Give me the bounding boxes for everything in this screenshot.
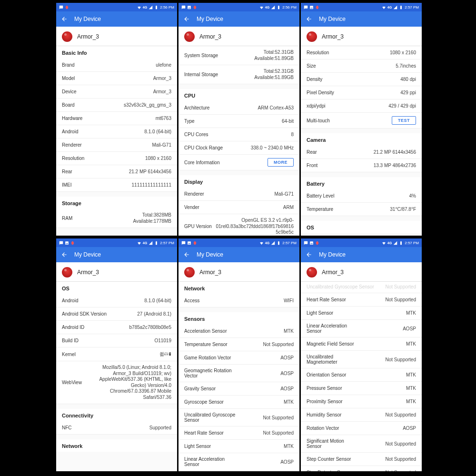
antutu-icon	[184, 267, 195, 278]
table-row: xdpi/ydpi 429 / 429 dpi	[301, 99, 422, 113]
antutu-icon	[62, 31, 72, 42]
row-label: Density	[307, 77, 322, 82]
wifi-icon	[382, 5, 386, 10]
clock-label: 2:57 PM	[405, 241, 419, 245]
scroll-content[interactable]: OS Android 8.1.0 (64-bit) Android SDK Ve…	[56, 282, 177, 471]
clock-label: 2:56 PM	[282, 5, 297, 10]
signal-icon	[393, 241, 397, 245]
table-row: Android ID b785a2c7808b08e5	[56, 321, 177, 334]
app-bar: My Device	[56, 247, 177, 262]
row-value: Armor_3	[75, 76, 171, 81]
row-label: Heart Rate Sensor	[307, 297, 346, 302]
table-row: Geomagnetic Rotation Vector AOSP	[178, 365, 299, 382]
row-label: Rear	[307, 149, 317, 155]
section-header: Camera	[301, 133, 422, 146]
test-button[interactable]: TEST	[392, 116, 416, 125]
phone-screen-0: 4G 2:56 PM My Device Armor_3 Basic Info …	[56, 3, 177, 236]
table-row: IMEI 111111111111111	[56, 178, 177, 192]
row-label: Brand	[62, 62, 75, 68]
row-label: CPU Clock Range	[184, 145, 223, 150]
scroll-content[interactable]: Basic Info Brand ulefone Model Armor_3 D…	[56, 46, 177, 236]
scroll-content[interactable]: Resolution 1080 x 2160 Size 5.7inches De…	[301, 46, 422, 236]
row-label: Step Counter Sensor	[307, 456, 351, 462]
row-value: 1080 x 2160	[84, 156, 171, 161]
device-name-label: Armor_3	[322, 33, 344, 40]
row-value: ARM Cortex-A53	[209, 105, 294, 110]
table-row: Uncalibrated Gyroscope Sensor Not Suppor…	[178, 409, 299, 426]
app-bar-title: My Device	[319, 251, 346, 258]
table-row: Internal Storage Total:52.31GBAvailable:…	[178, 65, 299, 84]
signal-icon	[271, 5, 275, 10]
row-label: Gyroscope Sensor	[184, 399, 224, 405]
table-row: GPU Version OpenGL ES 3.2 v1.r9p0-01rel0…	[178, 214, 299, 236]
msg-icon	[59, 241, 63, 245]
pic-icon	[187, 5, 191, 10]
row-label: IMEI	[62, 182, 72, 188]
table-row: Kernel 쐶ಐ�	[56, 347, 177, 361]
pic-icon	[309, 5, 314, 10]
scroll-content[interactable]: Network Access WIFI Sensors Acceleration…	[178, 282, 299, 471]
row-value: Armor_3	[77, 89, 171, 94]
device-header: Armor_3	[56, 262, 177, 282]
row-label: Significant Motion Sensor	[307, 438, 359, 449]
row-value: MTK	[224, 399, 294, 405]
clock-label: 2:57 PM	[405, 5, 419, 10]
table-row: Resolution 1080 x 2160	[301, 46, 422, 60]
table-row: Acceleration Sensor MTK	[178, 325, 299, 338]
row-label: Proximity Sensor	[307, 399, 343, 404]
app-bar: My Device	[178, 11, 299, 27]
row-label: WebView	[62, 380, 82, 385]
row-value: 429 / 429 dpi	[325, 103, 416, 109]
row-label: Acceleration Sensor	[184, 328, 227, 334]
network-label: 4G	[265, 241, 269, 245]
row-label: Android SDK Version	[62, 311, 107, 317]
row-label: Geomagnetic Rotation Vector	[184, 368, 237, 378]
row-label: Hardware	[62, 116, 82, 121]
row-value: 111111111111111	[72, 182, 171, 188]
row-label: Heart Rate Sensor	[184, 430, 224, 436]
row-value: AOSP	[231, 355, 294, 360]
back-button[interactable]	[306, 251, 312, 258]
row-value: MTK	[346, 372, 416, 377]
table-row: Light Sensor MTK	[178, 440, 299, 453]
row-value: Total:3828MBAvailable:1778MB	[72, 212, 171, 224]
row-value: 13.3 MP 4864x2736	[317, 163, 416, 168]
scroll-content[interactable]: System Storage Total:52.31GBAvailable:51…	[178, 46, 299, 236]
table-row: Board s32v63c2k_gq_gms_3	[56, 99, 177, 112]
battery-icon	[277, 241, 281, 245]
app-bar-title: My Device	[74, 16, 101, 22]
clock-label: 2:56 PM	[160, 5, 174, 10]
table-row: Pressure Sensor MTK	[301, 382, 422, 395]
bug-icon	[315, 5, 319, 10]
wifi-icon	[137, 5, 141, 10]
row-value: 8	[208, 132, 294, 137]
back-button[interactable]	[183, 251, 190, 258]
network-label: 4G	[143, 6, 147, 9]
table-row: Brand ulefone	[56, 59, 177, 72]
table-row: Uncalibrated Gyroscope SensorNot Support…	[301, 282, 422, 293]
more-button[interactable]: MORE	[268, 158, 294, 167]
table-row: Gyroscope Sensor MTK	[178, 396, 299, 409]
back-button[interactable]	[61, 16, 68, 22]
row-value: 쐶ಐ�	[76, 351, 171, 357]
row-label: Model	[62, 76, 75, 81]
table-row: Step Detector Sensor Not Supported	[301, 466, 422, 471]
device-name-label: Armor_3	[199, 33, 221, 40]
battery-icon	[277, 5, 281, 10]
section-gap	[56, 404, 177, 409]
row-label: Orientation Sensor	[307, 372, 346, 377]
table-row: Battery Level 4%	[301, 189, 422, 203]
status-bar: 4G 2:56 PM	[178, 3, 299, 11]
table-row: Game Rotation Vector AOSP	[178, 351, 299, 365]
scroll-content[interactable]: Uncalibrated Gyroscope SensorNot Support…	[301, 282, 422, 471]
table-row: Model Armor_3	[56, 72, 177, 85]
row-value: AOSP	[237, 459, 294, 465]
table-row: Linear Acceleration Sensor AOSP	[301, 320, 422, 337]
section-gap	[178, 84, 299, 89]
status-bar: 4G 2:57 PM	[301, 238, 422, 247]
back-button[interactable]	[306, 16, 312, 22]
back-button[interactable]	[61, 251, 68, 258]
section-gap	[56, 435, 177, 439]
app-bar-title: My Device	[197, 16, 223, 22]
back-button[interactable]	[183, 16, 190, 22]
